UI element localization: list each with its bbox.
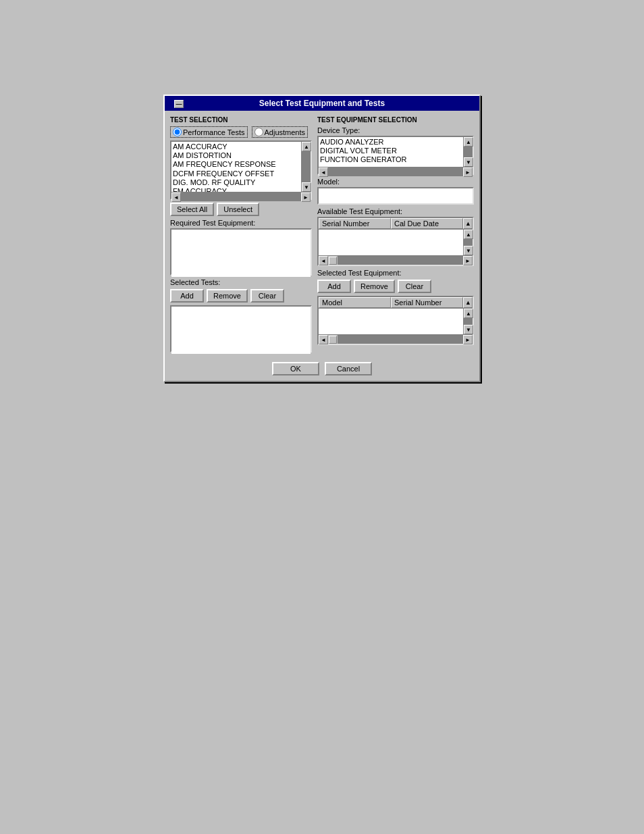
serial-number-col2-header[interactable]: Serial Number	[391, 297, 463, 308]
test-list-scroll-down[interactable]: ▼	[302, 182, 311, 192]
right-panel: TEST EQUIPMENT SELECTION Device Type: AU…	[317, 116, 474, 353]
performance-tests-label: Performance Tests	[183, 128, 245, 136]
radio-group: Performance Tests Adjustments	[170, 126, 312, 138]
required-equipment-container	[170, 228, 312, 276]
test-item-am-freq-response[interactable]: AM FREQUENCY RESPONSE	[173, 160, 300, 169]
device-type-scroll-right[interactable]: ►	[463, 167, 473, 177]
test-item-dig-mod[interactable]: DIG. MOD. RF QUALITY	[173, 178, 300, 187]
selected-equipment-label: Selected Test Equipment:	[317, 269, 474, 277]
device-audio-analyzer[interactable]: AUDIO ANALYZER	[320, 138, 462, 147]
equipment-add-button[interactable]: Add	[317, 280, 351, 293]
selected-tests-remove-button[interactable]: Remove	[207, 289, 248, 303]
model-container	[317, 187, 474, 205]
available-scroll-right[interactable]: ►	[463, 256, 473, 265]
performance-tests-radio-label[interactable]: Performance Tests	[170, 126, 248, 138]
device-type-scroll-down[interactable]: ▼	[464, 157, 473, 167]
equipment-remove-button[interactable]: Remove	[354, 280, 395, 293]
ok-button[interactable]: OK	[272, 362, 319, 375]
required-equipment-textarea[interactable]	[171, 230, 311, 277]
test-selection-title: TEST SELECTION	[170, 116, 312, 124]
selected-tests-textarea[interactable]	[171, 307, 311, 354]
main-dialog: — Select Test Equipment and Tests TEST S…	[163, 95, 481, 382]
dialog-body: TEST SELECTION Performance Tests Adjustm…	[165, 111, 479, 358]
left-panel: TEST SELECTION Performance Tests Adjustm…	[170, 116, 312, 353]
test-item-fm-accuracy[interactable]: FM ACCURACY	[173, 187, 300, 192]
ok-cancel-row: OK Cancel	[165, 358, 479, 381]
model-label: Model:	[317, 178, 474, 186]
cancel-button[interactable]: Cancel	[325, 362, 372, 375]
minimize-icon[interactable]: —	[174, 100, 184, 108]
available-equipment-label: Available Test Equipment:	[317, 207, 474, 215]
selected-hscroll: ◄ ►	[319, 334, 473, 344]
unselect-button[interactable]: Unselect	[217, 203, 259, 216]
device-type-list[interactable]: AUDIO ANALYZER DIGITAL VOLT METER FUNCTI…	[319, 137, 463, 167]
selected-tests-label: Selected Tests:	[170, 278, 312, 286]
device-type-hscroll: ◄ ►	[319, 167, 473, 176]
selected-tests-buttons: Add Remove Clear	[170, 289, 312, 303]
model-input[interactable]	[319, 188, 473, 203]
test-list-scroll-left[interactable]: ◄	[171, 192, 181, 202]
select-all-button[interactable]: Select All	[170, 203, 214, 216]
available-hscroll: ◄ ►	[319, 255, 473, 265]
device-type-scroll-left[interactable]: ◄	[319, 167, 328, 177]
selected-htrack	[338, 335, 463, 344]
test-list[interactable]: AM ACCURACY AM DISTORTION AM FREQUENCY R…	[171, 142, 301, 192]
adjustments-radio-label[interactable]: Adjustments	[252, 126, 308, 138]
dialog-title: Select Test Equipment and Tests	[259, 99, 385, 108]
minimize-button[interactable]: —	[174, 99, 184, 108]
test-item-am-distortion[interactable]: AM DISTORTION	[173, 151, 300, 160]
device-type-htrack	[328, 167, 463, 176]
available-scroll-left[interactable]: ◄	[319, 256, 328, 265]
selected-sort-button[interactable]: ▲	[463, 297, 473, 308]
available-scroll-up[interactable]: ▲	[464, 230, 473, 239]
available-sort-button[interactable]: ▲	[463, 218, 473, 229]
device-digital-volt-meter[interactable]: DIGITAL VOLT METER	[320, 147, 462, 155]
selected-equipment-table: Model Serial Number ▲ ▲ ▼ ◄	[317, 296, 474, 345]
test-list-htrack	[181, 192, 301, 201]
device-type-label: Device Type:	[317, 126, 474, 134]
device-type-container: AUDIO ANALYZER DIGITAL VOLT METER FUNCTI…	[317, 136, 474, 175]
adjustments-label: Adjustments	[265, 128, 306, 136]
selected-scroll-down[interactable]: ▼	[464, 325, 473, 334]
required-equipment-label: Required Test Equipment:	[170, 219, 312, 227]
test-list-scroll-up[interactable]: ▲	[302, 142, 311, 151]
test-item-dcfm[interactable]: DCFM FREQUENCY OFFSET	[173, 170, 300, 178]
model-col-header[interactable]: Model	[319, 297, 391, 308]
title-bar: — Select Test Equipment and Tests	[165, 96, 479, 111]
selected-tests-add-button[interactable]: Add	[170, 289, 204, 303]
test-list-hscroll: ◄ ►	[171, 192, 311, 201]
performance-tests-radio[interactable]	[173, 128, 182, 136]
selected-tests-clear-button[interactable]: Clear	[250, 289, 284, 303]
adjustments-radio[interactable]	[254, 128, 263, 136]
selected-scroll-up[interactable]: ▲	[464, 309, 473, 318]
cal-due-date-col-header[interactable]: Cal Due Date	[391, 218, 463, 229]
selected-tests-container	[170, 305, 312, 353]
test-listbox-container: AM ACCURACY AM DISTORTION AM FREQUENCY R…	[170, 140, 312, 200]
device-type-scroll-up[interactable]: ▲	[464, 137, 473, 147]
available-equipment-table: Serial Number Cal Due Date ▲ ▲ ▼ ◄	[317, 217, 474, 266]
selected-scroll-left[interactable]: ◄	[319, 335, 328, 344]
select-buttons-row: Select All Unselect	[170, 203, 312, 216]
test-list-scroll-right[interactable]: ►	[301, 192, 311, 202]
available-htrack	[338, 256, 463, 265]
test-item-am-accuracy[interactable]: AM ACCURACY	[173, 142, 300, 151]
selected-equipment-buttons: Add Remove Clear	[317, 280, 474, 293]
available-scroll-down[interactable]: ▼	[464, 246, 473, 255]
equipment-selection-title: TEST EQUIPMENT SELECTION	[317, 116, 474, 124]
selected-scroll-right[interactable]: ►	[463, 335, 473, 344]
equipment-clear-button[interactable]: Clear	[398, 280, 431, 293]
serial-number-col-header[interactable]: Serial Number	[319, 218, 391, 229]
device-function-generator[interactable]: FUNCTION GENERATOR	[320, 155, 462, 164]
